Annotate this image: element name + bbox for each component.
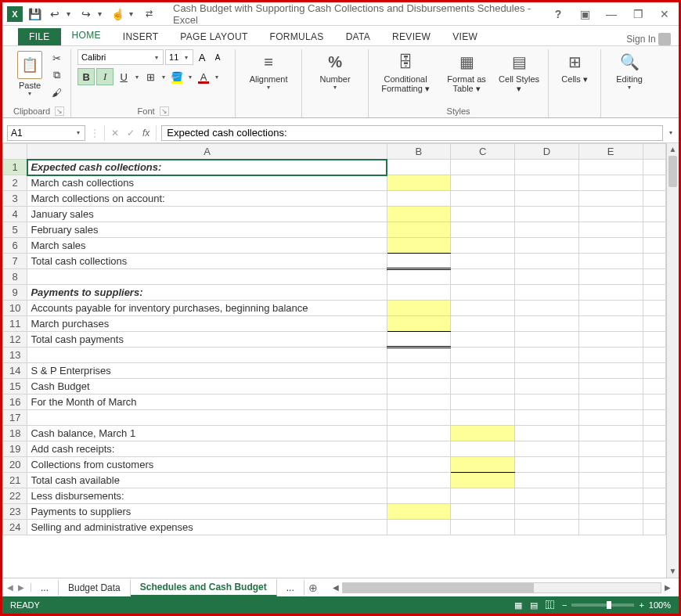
underline-button[interactable]: U [115, 68, 132, 85]
number-button[interactable]: % Number ▾ [308, 49, 362, 91]
sign-in-area[interactable]: Sign In [626, 33, 679, 45]
help-icon[interactable]: ? [549, 8, 568, 20]
fill-color-button[interactable]: 🪣 [168, 68, 186, 85]
col-header-b[interactable]: B [387, 144, 451, 160]
sheet-tab-ellipsis[interactable]: ... [31, 580, 59, 596]
font-color-button[interactable]: A [195, 68, 212, 85]
zoom-slider-knob[interactable] [607, 601, 611, 609]
cell[interactable]: Less disbursements: [27, 488, 387, 504]
row-header[interactable]: 19 [3, 441, 27, 457]
expand-formula-bar-icon[interactable]: ▾ [668, 129, 674, 136]
scroll-down-icon[interactable]: ▼ [667, 565, 679, 578]
row-header[interactable]: 10 [3, 301, 27, 316]
underline-dropdown-icon[interactable]: ▾ [134, 74, 140, 81]
save-icon[interactable]: 💾 [26, 5, 43, 23]
close-icon[interactable]: ✕ [655, 8, 674, 20]
tab-view[interactable]: VIEW [441, 28, 488, 45]
col-header-a[interactable]: A [27, 144, 387, 160]
paste-dropdown-icon[interactable]: ▾ [27, 90, 33, 97]
redo-icon[interactable]: ↪ [77, 5, 95, 23]
minimize-icon[interactable]: — [602, 8, 621, 20]
cancel-formula-icon[interactable]: ✕ [111, 128, 119, 139]
cell[interactable]: Selling and administrative expenses [27, 520, 387, 535]
qat-overflow-icon[interactable]: ⇄ [140, 5, 157, 23]
spreadsheet-grid[interactable]: A B C D E 1Expected cash collections: 2M… [2, 143, 666, 535]
scrollbar-thumb[interactable] [668, 156, 677, 187]
row-header[interactable]: 23 [3, 504, 27, 520]
cell[interactable]: March cash collections [27, 175, 387, 191]
cell[interactable]: For the Month of March [27, 394, 387, 410]
sheet-tab-budget-data[interactable]: Budget Data [59, 580, 131, 596]
name-box[interactable]: A1▾ [7, 125, 85, 141]
tab-data[interactable]: DATA [335, 28, 381, 45]
row-header[interactable]: 14 [3, 363, 27, 379]
alignment-button[interactable]: ≡ Alignment ▾ [242, 49, 295, 91]
row-header[interactable]: 15 [3, 379, 27, 394]
italic-button[interactable]: I [96, 68, 114, 85]
page-layout-view-icon[interactable]: ▤ [530, 600, 538, 611]
row-header[interactable]: 9 [3, 285, 27, 301]
enter-formula-icon[interactable]: ✓ [127, 128, 135, 139]
format-painter-icon[interactable]: 🖌 [49, 85, 63, 99]
fx-icon[interactable]: fx [142, 128, 150, 139]
page-break-view-icon[interactable]: ⿲ [546, 600, 554, 610]
tab-formulas[interactable]: FORMULAS [259, 28, 335, 45]
cell[interactable]: Accounts payable for inventory purchases… [27, 301, 387, 316]
row-header[interactable]: 4 [3, 207, 27, 222]
font-name-select[interactable]: Calibri▾ [77, 49, 164, 65]
undo-dropdown-icon[interactable]: ▾ [67, 9, 74, 18]
undo-icon[interactable]: ↩ [46, 5, 63, 23]
row-header[interactable]: 13 [3, 348, 27, 363]
cell[interactable]: February sales [27, 222, 387, 238]
border-button[interactable]: ⊞ [142, 68, 159, 85]
border-dropdown-icon[interactable]: ▾ [160, 74, 167, 81]
redo-dropdown-icon[interactable]: ▾ [98, 9, 106, 18]
scroll-up-icon[interactable]: ▲ [667, 143, 679, 156]
row-header[interactable]: 8 [3, 269, 27, 285]
qat-customize-icon[interactable]: ▾ [129, 9, 137, 18]
zoom-out-icon[interactable]: − [562, 600, 567, 610]
cell-a1[interactable]: Expected cash collections: [27, 160, 387, 175]
horizontal-scrollbar[interactable]: ◀ ▶ [330, 582, 674, 593]
row-header[interactable]: 17 [3, 410, 27, 426]
cell[interactable]: Payments to suppliers [27, 504, 387, 520]
cell[interactable]: March purchases [27, 316, 387, 332]
increase-font-icon[interactable]: A [195, 49, 209, 65]
hscrollbar-thumb[interactable] [343, 583, 534, 593]
select-all-cell[interactable] [3, 144, 27, 160]
row-header[interactable]: 2 [3, 175, 27, 191]
cell[interactable]: Payments to suppliers: [27, 285, 387, 301]
cell[interactable]: Total cash collections [27, 254, 387, 269]
add-sheet-icon[interactable]: ⊕ [304, 582, 322, 594]
cell[interactable]: Add cash receipts: [27, 441, 387, 457]
row-header[interactable]: 7 [3, 254, 27, 269]
ribbon-display-options-icon[interactable]: ▣ [575, 8, 594, 20]
font-size-select[interactable]: 11▾ [165, 49, 193, 65]
cells-button[interactable]: ⊞ Cells ▾ [555, 49, 594, 84]
sheet-tab-schedules[interactable]: Schedules and Cash Budget [131, 579, 277, 596]
row-header[interactable]: 11 [3, 316, 27, 332]
row-header[interactable]: 6 [3, 238, 27, 254]
formula-input[interactable]: Expected cash collections: [161, 125, 663, 141]
bold-button[interactable]: B [77, 68, 95, 85]
tab-home[interactable]: HOME [61, 27, 112, 45]
cell[interactable] [27, 269, 387, 285]
touch-mouse-mode-icon[interactable]: ☝ [109, 5, 126, 23]
cell[interactable]: Cash Budget [27, 379, 387, 394]
zoom-in-icon[interactable]: + [639, 600, 643, 610]
zoom-slider[interactable] [571, 603, 634, 607]
vertical-scrollbar[interactable]: ▲ ▼ [666, 143, 679, 578]
paste-button[interactable]: 📋 Paste ▾ [13, 49, 46, 97]
cell[interactable] [27, 410, 387, 426]
row-header[interactable]: 1 [3, 160, 27, 175]
decrease-font-icon[interactable]: A [211, 49, 225, 65]
editing-button[interactable]: 🔍 Editing ▾ [607, 49, 651, 91]
fill-dropdown-icon[interactable]: ▾ [187, 74, 193, 81]
restore-icon[interactable]: ❐ [629, 8, 647, 20]
cell[interactable]: S & P Enterprises [27, 363, 387, 379]
scroll-right-icon[interactable]: ▶ [661, 583, 674, 592]
conditional-formatting-button[interactable]: 🗄 Conditional Formatting ▾ [375, 49, 436, 93]
cell-styles-button[interactable]: ▤ Cell Styles ▾ [497, 49, 541, 93]
cell[interactable]: January sales [27, 207, 387, 222]
row-header[interactable]: 24 [3, 520, 27, 535]
